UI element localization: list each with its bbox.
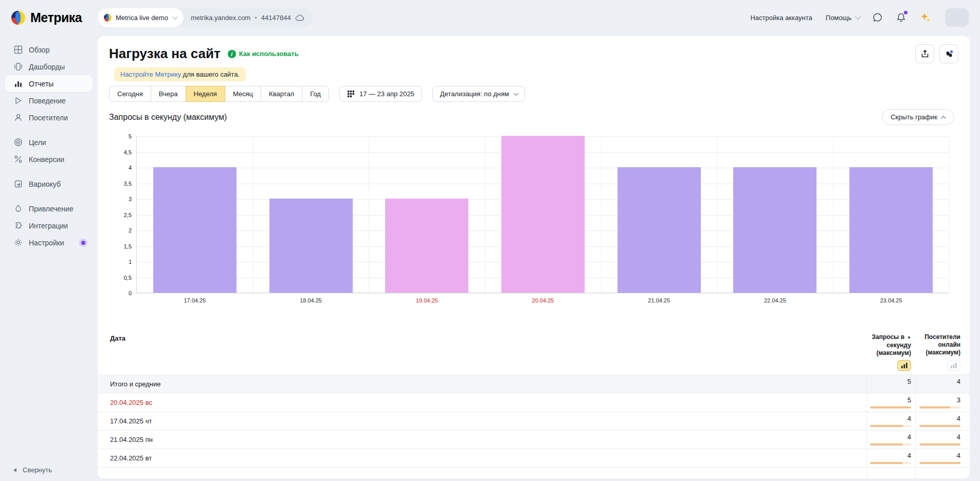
y-axis-tick: 4 [129,165,132,171]
sidebar-item-dashboards[interactable]: Дашборды [5,58,93,75]
ai-assistant-button[interactable] [919,11,932,24]
chat-icon [873,12,883,23]
play-icon [13,96,23,105]
sidebar-item-goals[interactable]: Цели [5,134,93,151]
export-button[interactable] [915,44,934,63]
chevron-down-icon [855,14,861,20]
sidebar-item-overview[interactable]: Обзор [5,41,93,58]
dot-separator: • [255,14,257,22]
column-divider [915,375,916,478]
notifications-button[interactable] [896,12,906,23]
grid-icon [13,45,23,55]
help-menu[interactable]: Помощь [826,14,859,22]
cube-icon [13,180,23,189]
collapse-label: Свернуть [23,466,52,474]
visitors-value: 3 [957,396,960,404]
sidebar-item-integrations[interactable]: Интеграции [5,217,93,234]
chart-bar-18.04.25 [269,199,353,293]
sidebar-item-behavior[interactable]: Поведение [5,92,93,109]
counter-id: 44147844 [261,14,291,22]
how-to-use-link[interactable]: i Как использовать [228,50,299,58]
period-button-квартал[interactable]: Квартал [261,86,302,102]
column-divider [866,375,867,478]
visitors-bar [919,443,960,446]
info-icon: i [228,50,236,58]
x-axis-label: 20.04.25 [507,297,579,304]
rps-value: 5 [908,378,911,385]
period-button-вчера[interactable]: Вчера [151,86,186,102]
sidebar-item-visitors[interactable]: Посетители [5,109,93,126]
x-axis-label: 23.04.25 [855,297,927,304]
account-settings-link[interactable]: Настройка аккаунта [750,14,812,22]
sort-desc-icon[interactable]: ▼ [907,335,911,340]
counter-info[interactable]: metrika.yandex.com • 44147844 [184,8,313,27]
chevron-up-icon [941,116,946,121]
table-row: 20.04.2025 вс 5 3 [98,393,970,412]
feedback-chat-button[interactable] [873,12,883,23]
period-button-неделя[interactable]: Неделя [186,86,225,102]
counter-name: Metrica live demo [116,14,168,22]
flame-icon [13,204,23,213]
visitors-cell: 3 [919,394,960,412]
bar-chart-icon [13,79,23,88]
period-button-месяц[interactable]: Месяц [225,86,261,102]
metrika-logo[interactable]: Метрика [11,10,98,25]
data-table: Дата Запросы в▼секунду(максимум)Посетите… [98,332,970,478]
column-header-line: секунду [872,342,912,349]
help-label: Помощь [826,14,851,22]
date-cell: 21.04.2025 пн [98,431,970,449]
top-header: Метрика Metrica live demo metrika.yandex… [0,0,980,35]
calendar-grid-icon [347,90,355,98]
date-cell: 22.04.2025 вт [98,449,970,467]
avatar[interactable] [945,8,969,27]
counter-selector[interactable]: Metrica live demo [98,8,184,27]
metrika-ai-button[interactable] [939,44,958,63]
period-button-group: СегодняВчераНеделяМесяцКварталГод [109,86,329,102]
mini-bar-chart-icon [950,361,957,370]
hide-chart-button[interactable]: Скрыть график [882,109,954,125]
y-axis-tick: 2,5 [124,212,132,218]
sidebar-item-label: Посетители [29,114,68,122]
setup-metrika-link[interactable]: Настройте Метрику [120,70,181,78]
sidebar-item-variocube[interactable]: Вариокуб [5,175,93,192]
puzzle-icon [13,221,23,230]
y-axis-tick: 0,5 [124,275,132,281]
sidebar-collapse-button[interactable]: Свернуть [13,466,52,474]
rps-bar [870,462,911,464]
detalization-dropdown[interactable]: Детализация: по дням [432,86,525,102]
setup-banner-text: для вашего сайта. [181,70,240,78]
visitors-value: 4 [957,433,960,441]
rps-bar [870,406,911,408]
chart-bar-22.04.25 [733,167,816,293]
y-axis-tick: 3,5 [124,181,132,187]
report-card: Нагрузка на сайт i Как использовать Наст… [98,36,970,478]
visitors-cell: 4 [919,412,960,430]
period-button-сегодня[interactable]: Сегодня [109,86,151,102]
date-range-button[interactable]: 17 — 23 апр 2025 [339,86,422,102]
x-axis-label: 21.04.25 [623,297,695,304]
visitors-chart-toggle[interactable] [947,360,960,371]
visitors-value: 4 [957,415,960,422]
table-row: 17.04.2025 чт 4 4 [98,412,970,430]
y-axis-tick: 0 [129,290,132,296]
sidebar-item-conversions[interactable]: Конверсии [5,151,93,168]
sidebar-item-settings[interactable]: Настройки [5,234,93,251]
sidebar-item-acquisition[interactable]: Привлечение [5,200,93,217]
rps-cell: 4 [870,431,911,449]
hide-chart-label: Скрыть график [891,113,937,121]
x-axis-label: 19.04.25 [391,297,463,304]
rps-cell: 4 [870,449,911,467]
bar-chart-plot: 54,543,532,521,510,5017.04.2518.04.2519.… [136,136,949,293]
metrika-spark-icon [944,49,954,59]
rps-column-header[interactable]: Запросы в▼секунду(максимум) [872,333,912,357]
sidebar-nav: ОбзорДашбордыОтчетыПоведениеПосетителиЦе… [5,41,93,251]
rps-chart-toggle[interactable] [897,360,911,371]
visitors-column-header[interactable]: Посетителионлайн(максимум) [924,333,960,357]
period-button-год[interactable]: Год [302,86,329,102]
target-icon [13,138,23,147]
sidebar-item-label: Дашборды [29,63,65,71]
chart-bar-17.04.25 [153,167,237,293]
sidebar-item-reports[interactable]: Отчеты [5,75,93,92]
gridline [833,136,833,293]
visitors-bar [919,406,960,408]
